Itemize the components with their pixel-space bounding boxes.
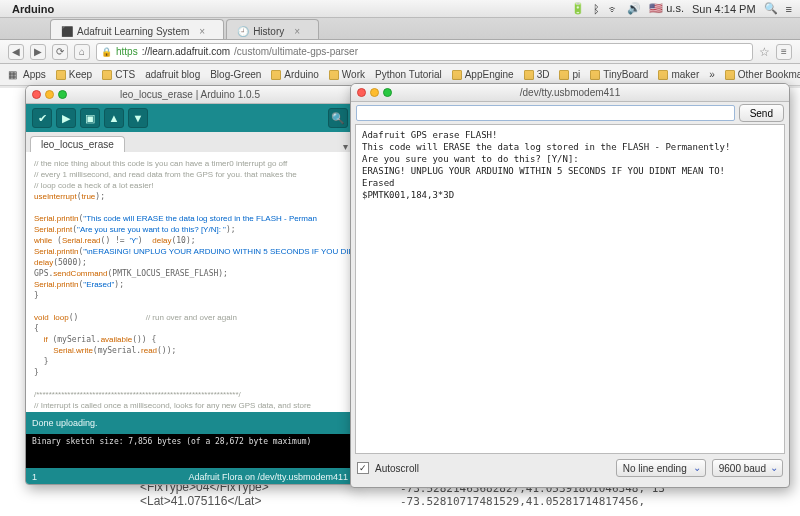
serial-footer: ✓ Autoscroll No line ending 9600 baud	[351, 454, 789, 482]
lock-icon: 🔒	[101, 47, 112, 57]
mac-menubar: Arduino 🔋 ᛒ ᯤ 🔊 🇺🇸 u.s. Sun 4:14 PM 🔍 ≡	[0, 0, 800, 18]
tab-favicon-icon: 🕘	[237, 26, 249, 37]
notification-center-icon[interactable]: ≡	[786, 3, 792, 15]
tab-favicon-icon: ⬛	[61, 26, 73, 37]
tab-label: History	[253, 26, 284, 37]
bookmark-star-icon[interactable]: ☆	[759, 45, 770, 59]
line-number: 1	[32, 472, 37, 482]
ide-tabbar: leo_locus_erase ▾	[26, 132, 354, 152]
tab-close-icon[interactable]: ×	[294, 26, 300, 37]
send-button[interactable]: Send	[739, 104, 784, 122]
home-button[interactable]: ⌂	[74, 44, 90, 60]
bookmark-appengine[interactable]: AppEngine	[452, 69, 514, 80]
folder-icon	[329, 70, 339, 80]
input-source[interactable]: 🇺🇸 u.s.	[649, 2, 684, 15]
menubar-app[interactable]: Arduino	[12, 3, 54, 15]
serial-monitor-window[interactable]: /dev/tty.usbmodem411 Send Adafruit GPS e…	[350, 83, 790, 488]
url-scheme: https	[116, 46, 138, 57]
serial-input-row: Send	[351, 102, 789, 124]
folder-icon	[452, 70, 462, 80]
chrome-tab[interactable]: 🕘 History ×	[226, 19, 319, 39]
autoscroll-label: Autoscroll	[375, 463, 419, 474]
url-host: ://learn.adafruit.com	[142, 46, 230, 57]
bookmark-arduino[interactable]: Arduino	[271, 69, 318, 80]
open-button[interactable]: ▲	[104, 108, 124, 128]
new-button[interactable]: ▣	[80, 108, 100, 128]
bookmark-other[interactable]: Other Bookmarks	[725, 69, 800, 80]
line-ending-select[interactable]: No line ending	[616, 459, 706, 477]
bookmark-cts[interactable]: CTS	[102, 69, 135, 80]
bookmark-python[interactable]: Python Tutorial	[375, 69, 442, 80]
wifi-icon[interactable]: ᯤ	[608, 3, 619, 15]
ide-toolbar: ✔ ▶ ▣ ▲ ▼ 🔍	[26, 104, 354, 132]
folder-icon	[725, 70, 735, 80]
board-port: Adafruit Flora on /dev/tty.usbmodem411	[189, 472, 348, 482]
volume-icon[interactable]: 🔊	[627, 2, 641, 15]
ide-title: leo_locus_erase | Arduino 1.0.5	[26, 89, 354, 100]
folder-icon	[658, 70, 668, 80]
folder-icon	[590, 70, 600, 80]
reload-button[interactable]: ⟳	[52, 44, 68, 60]
bookmark-pi[interactable]: pi	[559, 69, 580, 80]
folder-icon	[559, 70, 569, 80]
ide-titlebar[interactable]: leo_locus_erase | Arduino 1.0.5	[26, 86, 354, 104]
serial-titlebar[interactable]: /dev/tty.usbmodem411	[351, 84, 789, 102]
folder-icon	[524, 70, 534, 80]
save-button[interactable]: ▼	[128, 108, 148, 128]
serial-title: /dev/tty.usbmodem411	[351, 87, 789, 98]
serial-output[interactable]: Adafruit GPS erase FLASH! This code will…	[355, 124, 785, 454]
back-button[interactable]: ◀	[8, 44, 24, 60]
chrome-window: ⬛ Adafruit Learning System × 🕘 History ×…	[0, 18, 800, 88]
bookmark-tinyboard[interactable]: TinyBoard	[590, 69, 648, 80]
code-editor[interactable]: // the nice thing about this code is you…	[26, 152, 354, 412]
bookmark-apps[interactable]: ▦Apps	[8, 69, 46, 81]
folder-icon	[271, 70, 281, 80]
apps-icon: ▦	[8, 69, 20, 81]
ide-status: Done uploading.	[26, 412, 354, 434]
bookmark-adafruit[interactable]: adafruit blog	[145, 69, 200, 80]
chrome-tab-active[interactable]: ⬛ Adafruit Learning System ×	[50, 19, 224, 39]
verify-button[interactable]: ✔	[32, 108, 52, 128]
ide-footer: 1 Adafruit Flora on /dev/tty.usbmodem411	[26, 468, 354, 485]
bookmark-bloggreen[interactable]: Blog-Green	[210, 69, 261, 80]
bookmark-3d[interactable]: 3D	[524, 69, 550, 80]
address-bar[interactable]: 🔒 https://learn.adafruit.com/custom/ulti…	[96, 43, 753, 61]
forward-button[interactable]: ▶	[30, 44, 46, 60]
bookmark-work[interactable]: Work	[329, 69, 365, 80]
bookmark-overflow-icon[interactable]: »	[709, 69, 715, 80]
bookmark-maker[interactable]: maker	[658, 69, 699, 80]
sketch-tab[interactable]: leo_locus_erase	[30, 136, 125, 152]
autoscroll-checkbox[interactable]: ✓	[357, 462, 369, 474]
arduino-ide-window[interactable]: leo_locus_erase | Arduino 1.0.5 ✔ ▶ ▣ ▲ …	[25, 85, 355, 485]
chrome-toolbar: ◀ ▶ ⟳ ⌂ 🔒 https://learn.adafruit.com/cus…	[0, 40, 800, 64]
ide-console[interactable]: Binary sketch size: 7,856 bytes (of a 28…	[26, 434, 354, 468]
bookmark-keep[interactable]: Keep	[56, 69, 92, 80]
chrome-tabstrip: ⬛ Adafruit Learning System × 🕘 History ×	[0, 18, 800, 40]
serial-input[interactable]	[356, 105, 735, 121]
baud-select[interactable]: 9600 baud	[712, 459, 783, 477]
spotlight-icon[interactable]: 🔍	[764, 2, 778, 15]
bluetooth-icon[interactable]: ᛒ	[593, 3, 600, 15]
battery-icon[interactable]: 🔋	[571, 2, 585, 15]
folder-icon	[56, 70, 66, 80]
menubar-clock[interactable]: Sun 4:14 PM	[692, 3, 756, 15]
chrome-menu-button[interactable]: ≡	[776, 44, 792, 60]
tab-label: Adafruit Learning System	[77, 26, 189, 37]
url-path: /custom/ultimate-gps-parser	[234, 46, 358, 57]
serial-monitor-button[interactable]: 🔍	[328, 108, 348, 128]
tab-close-icon[interactable]: ×	[199, 26, 205, 37]
upload-button[interactable]: ▶	[56, 108, 76, 128]
folder-icon	[102, 70, 112, 80]
